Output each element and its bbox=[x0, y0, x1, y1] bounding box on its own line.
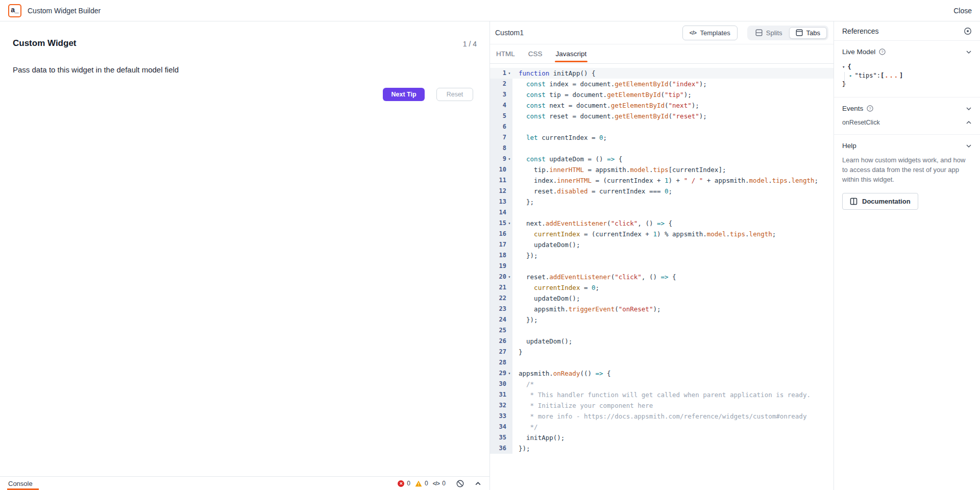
line-number-gutter: 19 bbox=[490, 261, 512, 272]
tabs-icon bbox=[796, 29, 803, 36]
javascript-code-editor[interactable]: 1▾function initApp() {2 const index = do… bbox=[490, 64, 834, 490]
svg-text:?: ? bbox=[869, 106, 872, 111]
event-item-onresetclick[interactable]: onResetClick bbox=[842, 119, 972, 126]
help-section: Help Learn how custom widgets work, and … bbox=[834, 135, 980, 218]
code-line[interactable]: 29▾appsmith.onReady(() => { bbox=[490, 368, 834, 379]
line-number-gutter: 15▾ bbox=[490, 218, 512, 229]
code-line[interactable]: 18 }); bbox=[490, 250, 834, 261]
expand-console-icon[interactable] bbox=[475, 480, 481, 487]
fold-spacer bbox=[506, 389, 512, 400]
documentation-button[interactable]: Documentation bbox=[842, 193, 918, 210]
tree-expanded-icon[interactable]: ▾ bbox=[842, 63, 845, 71]
tabs-toggle[interactable]: Tabs bbox=[789, 27, 827, 39]
code-line[interactable]: 8 bbox=[490, 143, 834, 154]
code-line[interactable]: 23 appsmith.triggerEvent("onReset"); bbox=[490, 304, 834, 314]
code-line[interactable]: 20▾ reset.addEventListener("click", () =… bbox=[490, 272, 834, 282]
fold-arrow-icon[interactable]: ▾ bbox=[506, 272, 512, 282]
splits-icon bbox=[755, 29, 763, 36]
collapse-events-icon[interactable] bbox=[966, 106, 972, 112]
code-line[interactable]: 14 bbox=[490, 207, 834, 218]
line-number-gutter: 4 bbox=[490, 100, 512, 111]
code-line[interactable]: 10 tip.innerHTML = appsmith.model.tips[c… bbox=[490, 164, 834, 175]
tab-html[interactable]: HTML bbox=[496, 44, 515, 63]
fold-spacer bbox=[506, 79, 512, 89]
line-number-gutter: 16 bbox=[490, 229, 512, 239]
tree-collapsed-icon[interactable]: ▸ bbox=[849, 71, 852, 80]
fold-spacer bbox=[506, 164, 512, 175]
app-title: Custom Widget Builder bbox=[28, 7, 101, 15]
code-line[interactable]: 26 updateDom(); bbox=[490, 336, 834, 347]
code-line[interactable]: 27} bbox=[490, 347, 834, 357]
collapse-help-icon[interactable] bbox=[966, 143, 972, 149]
code-line[interactable]: 32 * Initialize your component here bbox=[490, 400, 834, 411]
code-line[interactable]: 1▾function initApp() { bbox=[490, 68, 834, 79]
collapse-live-model-icon[interactable] bbox=[966, 49, 972, 55]
focus-preview-icon[interactable] bbox=[964, 27, 972, 35]
reset-button[interactable]: Reset bbox=[436, 88, 473, 101]
fold-arrow-icon[interactable]: ▾ bbox=[506, 368, 512, 379]
line-number-gutter: 33 bbox=[490, 411, 512, 422]
tip-counter: 1 / 4 bbox=[463, 40, 477, 48]
code-line[interactable]: 22 updateDom(); bbox=[490, 293, 834, 304]
tree-key: "tips" bbox=[854, 71, 876, 80]
code-line[interactable]: 11 index.innerHTML = (currentIndex + 1) … bbox=[490, 175, 834, 186]
console-tab[interactable]: Console bbox=[8, 480, 33, 487]
help-text: Learn how custom widgets work, and how t… bbox=[842, 156, 972, 185]
fold-spacer bbox=[506, 186, 512, 197]
line-number-gutter: 26 bbox=[490, 336, 512, 347]
fold-arrow-icon[interactable]: ▾ bbox=[506, 218, 512, 229]
code-line[interactable]: 19 bbox=[490, 261, 834, 272]
code-line[interactable]: 9▾ const updateDom = () => { bbox=[490, 154, 834, 164]
code-line[interactable]: 4 const next = document.getElementById("… bbox=[490, 100, 834, 111]
code-line[interactable]: 31 * This handler function will get call… bbox=[490, 389, 834, 400]
tab-css[interactable]: CSS bbox=[528, 44, 543, 63]
book-icon bbox=[850, 198, 857, 205]
code-line[interactable]: 25 bbox=[490, 325, 834, 336]
fold-spacer bbox=[506, 411, 512, 422]
code-line[interactable]: 6 bbox=[490, 121, 834, 132]
code-line[interactable]: 21 currentIndex = 0; bbox=[490, 282, 834, 293]
code-line[interactable]: 12 reset.disabled = currentIndex === 0; bbox=[490, 186, 834, 197]
code-line[interactable]: 28 bbox=[490, 357, 834, 368]
events-label: Events bbox=[842, 105, 863, 112]
code-line[interactable]: 34 */ bbox=[490, 422, 834, 432]
code-line[interactable]: 33 * more info - https://docs.appsmith.c… bbox=[490, 411, 834, 422]
line-number-gutter: 6 bbox=[490, 121, 512, 132]
code-line[interactable]: 16 currentIndex = (currentIndex + 1) % a… bbox=[490, 229, 834, 239]
close-button[interactable]: Close bbox=[953, 7, 972, 15]
code-line[interactable]: 2 const index = document.getElementById(… bbox=[490, 79, 834, 89]
line-number-gutter: 29▾ bbox=[490, 368, 512, 379]
tab-javascript[interactable]: Javascript bbox=[556, 44, 587, 63]
fold-spacer bbox=[506, 282, 512, 293]
code-line[interactable]: 7 let currentIndex = 0; bbox=[490, 132, 834, 143]
fold-spacer bbox=[506, 132, 512, 143]
live-model-section: Live Model ? ▾ { ▸ "tips" : [...] bbox=[834, 41, 980, 97]
code-line[interactable]: 17 updateDom(); bbox=[490, 239, 834, 250]
code-line[interactable]: 13 }; bbox=[490, 197, 834, 207]
splits-toggle[interactable]: Splits bbox=[749, 27, 789, 39]
references-title: References bbox=[842, 27, 879, 35]
live-model-label: Live Model bbox=[842, 48, 875, 56]
code-line[interactable]: 24 }); bbox=[490, 314, 834, 325]
line-number-gutter: 17 bbox=[490, 239, 512, 250]
collapse-event-icon[interactable] bbox=[966, 119, 972, 126]
collapsed-array-dots[interactable]: ... bbox=[885, 71, 899, 80]
fold-arrow-icon[interactable]: ▾ bbox=[506, 68, 512, 79]
layout-toggle: Splits Tabs bbox=[747, 26, 828, 40]
fold-spacer bbox=[506, 293, 512, 304]
fold-arrow-icon[interactable]: ▾ bbox=[506, 154, 512, 164]
code-line[interactable]: 30 /* bbox=[490, 379, 834, 389]
next-tip-button[interactable]: Next Tip bbox=[383, 88, 425, 101]
help-circle-icon: ? bbox=[879, 48, 886, 55]
console-bar: Console ✕ 0 0 </> 0 bbox=[0, 476, 489, 490]
code-icon: </> bbox=[690, 30, 697, 36]
code-line[interactable]: 15▾ next.addEventListener("click", () =>… bbox=[490, 218, 834, 229]
code-line[interactable]: 3 const tip = document.getElementById("t… bbox=[490, 89, 834, 100]
fold-spacer bbox=[506, 239, 512, 250]
code-line[interactable]: 35 initApp(); bbox=[490, 432, 834, 443]
code-line[interactable]: 5 const reset = document.getElementById(… bbox=[490, 111, 834, 121]
live-model-json-tree[interactable]: ▾ { ▸ "tips" : [...] } bbox=[842, 63, 972, 89]
clear-console-icon[interactable] bbox=[456, 480, 464, 487]
code-line[interactable]: 36}); bbox=[490, 443, 834, 454]
templates-button[interactable]: </> Templates bbox=[682, 26, 738, 40]
